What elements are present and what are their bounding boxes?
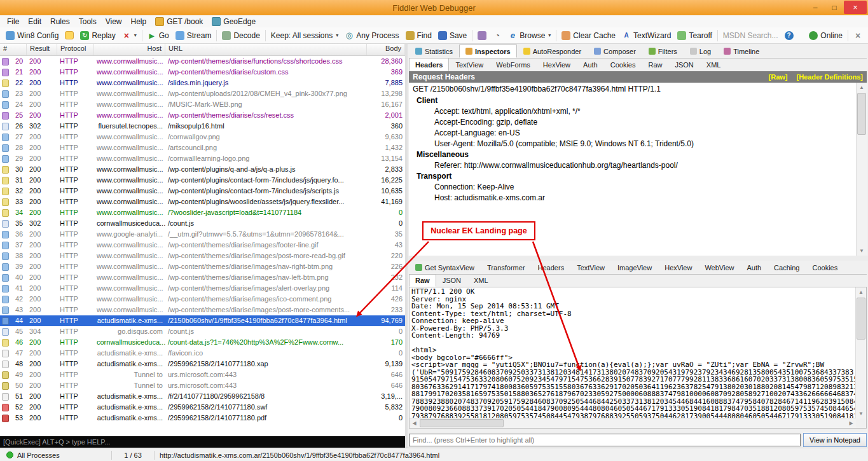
table-row[interactable]: 46200HTTPcornwallmusiceduca.../count-dat… bbox=[0, 337, 405, 348]
table-row[interactable]: 51200HTTPactudismatik.e-xms.../f/2/14107… bbox=[0, 391, 405, 402]
menu-item-rules[interactable]: Rules bbox=[46, 15, 74, 27]
find-input[interactable] bbox=[409, 434, 801, 446]
response-tab-hexview[interactable]: HexView bbox=[658, 261, 698, 274]
request-tab-auth[interactable]: Auth bbox=[577, 58, 604, 71]
toolbar-find-button[interactable]: Find bbox=[403, 30, 435, 41]
scroll-left-icon[interactable]: ◀ bbox=[410, 418, 419, 428]
scroll-up-icon[interactable]: ▲ bbox=[856, 287, 866, 297]
scroll-thumb[interactable] bbox=[857, 298, 865, 340]
menu-item-tools[interactable]: Tools bbox=[74, 15, 101, 27]
column-header-protocol[interactable]: Protocol bbox=[57, 43, 94, 55]
response-view-tab-raw[interactable]: Raw bbox=[409, 274, 436, 287]
table-row[interactable]: 28200HTTPwww.cornwallmusic.../artscounci… bbox=[0, 142, 405, 153]
menu-item-get-book[interactable]: GET /book bbox=[151, 15, 207, 27]
comment-icon[interactable] bbox=[62, 30, 77, 41]
table-row[interactable]: 23200HTTPwww.cornwallmusic.../wp-content… bbox=[0, 88, 405, 99]
scroll-up-icon[interactable]: ▲ bbox=[857, 83, 867, 92]
tab-statistics[interactable]: Statistics bbox=[409, 45, 459, 58]
request-tab-hexview[interactable]: HexView bbox=[537, 58, 577, 71]
scroll-down-icon[interactable]: ▼ bbox=[856, 409, 866, 418]
help-icon[interactable] bbox=[782, 30, 797, 41]
toolbar-online-button[interactable]: Online bbox=[806, 30, 846, 41]
toolbar-tearoff-button[interactable]: Tearoff bbox=[674, 30, 715, 41]
table-row[interactable]: 47200HTTPactudismatik.e-xms.../favicon.i… bbox=[0, 348, 405, 359]
response-tab-caching[interactable]: Caching bbox=[768, 261, 806, 274]
table-row[interactable]: 22200HTTPwww.cornwallmusic.../slides.min… bbox=[0, 78, 405, 88]
table-row[interactable]: 36200HTTPwww.google-analyti.../__utm.gif… bbox=[0, 229, 405, 240]
header-section-transport[interactable]: Transport bbox=[411, 171, 867, 182]
menu-item-geoedge[interactable]: GeoEdge bbox=[207, 15, 260, 27]
toolbar-browse-button[interactable]: Browse▾ bbox=[505, 30, 554, 41]
menu-item-view[interactable]: View bbox=[101, 15, 127, 27]
quickexec-input[interactable]: [QuickExec] ALT+Q > type HELP... bbox=[0, 436, 405, 448]
response-tab-cookies[interactable]: Cookies bbox=[806, 261, 844, 274]
response-vertical-scrollbar[interactable]: ▲ ▼ bbox=[855, 287, 866, 418]
menu-item-edit[interactable]: Edit bbox=[24, 15, 46, 27]
table-row[interactable]: 49200HTTPTunnel tours.microsoft.com:4436… bbox=[0, 369, 405, 380]
table-row[interactable]: 53200HTTPactudismatik.e-xms.../295996215… bbox=[0, 413, 405, 423]
table-row[interactable]: 40200HTTPwww.cornwallmusic.../wp-content… bbox=[0, 272, 405, 283]
request-tab-json[interactable]: JSON bbox=[668, 58, 699, 71]
toolbar-decode-button[interactable]: Decode bbox=[219, 30, 263, 41]
request-tab-textview[interactable]: TextView bbox=[449, 58, 490, 71]
minimize-icon[interactable]: – bbox=[806, 1, 825, 14]
toolbar-close-icon[interactable] bbox=[850, 30, 865, 41]
table-row[interactable]: 44200HTTPactudismatik.e-xms.../2150b060s… bbox=[0, 315, 405, 326]
toolbar-win8-config-button[interactable]: Win8 Config bbox=[3, 30, 62, 41]
menu-item-help[interactable]: Help bbox=[127, 15, 151, 27]
tab-autoresponder[interactable]: AutoResponder bbox=[517, 45, 588, 58]
scroll-down-icon[interactable]: ▼ bbox=[857, 246, 867, 256]
column-header-host[interactable]: Host bbox=[94, 43, 165, 55]
column-header-result[interactable]: Result bbox=[27, 43, 57, 55]
table-row[interactable]: 50200HTTPTunnel tours.microsoft.com:4436… bbox=[0, 380, 405, 391]
maximize-icon[interactable]: □ bbox=[825, 1, 844, 14]
column-header-item[interactable]: # bbox=[0, 43, 27, 55]
table-row[interactable]: 35302HTTPcornwallmusiceduca.../count.js0 bbox=[0, 218, 405, 229]
view-in-notepad-button[interactable]: View in Notepad bbox=[803, 433, 867, 447]
response-horizontal-scrollbar[interactable]: ◀ ▶ bbox=[410, 418, 856, 428]
tab-inspectors[interactable]: Inspectors bbox=[459, 45, 517, 58]
header-item[interactable]: Accept-Language: en-US bbox=[411, 128, 867, 139]
table-row[interactable]: 38200HTTPwww.cornwallmusic.../wp-content… bbox=[0, 251, 405, 261]
table-row[interactable]: 45304HTTPgo.disqus.com/count.js0 bbox=[0, 326, 405, 337]
table-row[interactable]: 30200HTTPwww.cornwallmusic.../wp-content… bbox=[0, 164, 405, 175]
table-row[interactable]: 52200HTTPactudismatik.e-xms.../295996215… bbox=[0, 402, 405, 413]
table-row[interactable]: 29200HTTPwww.cornwallmusic.../cornwallle… bbox=[0, 153, 405, 164]
table-row[interactable]: 39200HTTPwww.cornwallmusic.../wp-content… bbox=[0, 261, 405, 272]
table-row[interactable]: 25200HTTPwww.cornwallmusic.../wp-content… bbox=[0, 110, 405, 121]
table-row[interactable]: 32200HTTPwww.cornwallmusic.../wp-content… bbox=[0, 186, 405, 196]
table-row[interactable]: 31200HTTPwww.cornwallmusic.../wp-content… bbox=[0, 175, 405, 186]
column-header-body[interactable]: Body bbox=[367, 43, 405, 55]
clock-icon[interactable] bbox=[490, 30, 505, 41]
request-tab-raw[interactable]: Raw bbox=[642, 58, 668, 71]
menu-item-file[interactable]: File bbox=[3, 15, 24, 27]
table-row[interactable]: 26302HTTPfluersutel.tecnopes.../miksopul… bbox=[0, 121, 405, 132]
raw-link[interactable]: [Raw] bbox=[769, 73, 788, 81]
table-row[interactable]: 33200HTTPwww.cornwallmusic.../wp-content… bbox=[0, 196, 405, 207]
response-tab-transformer[interactable]: Transformer bbox=[481, 261, 532, 274]
toolbar-clear-cache-button[interactable]: Clear Cache bbox=[558, 30, 619, 41]
tab-composer[interactable]: Composer bbox=[588, 45, 642, 58]
toolbar-go-button[interactable]: Go bbox=[144, 30, 172, 41]
header-item[interactable]: Connection: Keep-Alive bbox=[411, 182, 867, 193]
response-tab-auth[interactable]: Auth bbox=[740, 261, 768, 274]
request-tab-headers[interactable]: Headers bbox=[409, 58, 449, 71]
response-tab-headers[interactable]: Headers bbox=[532, 261, 571, 274]
table-row[interactable]: 42200HTTPwww.cornwallmusic.../wp-content… bbox=[0, 294, 405, 305]
request-response-splitter[interactable] bbox=[408, 256, 868, 261]
header-item[interactable]: Accept-Encoding: gzip, deflate bbox=[411, 117, 867, 128]
table-row[interactable]: 34200HTTPwww.cornwallmusic.../?wooslider… bbox=[0, 207, 405, 218]
response-tab-imageview[interactable]: ImageView bbox=[611, 261, 658, 274]
column-header-url[interactable]: URL bbox=[165, 43, 367, 55]
toolbar-any-process-button[interactable]: Any Process bbox=[341, 30, 402, 41]
toolbar-save-button[interactable]: Save bbox=[435, 30, 470, 41]
toolbar-stream-button[interactable]: Stream bbox=[172, 30, 215, 41]
scroll-right-icon[interactable]: ▶ bbox=[846, 418, 856, 428]
header-section-miscellaneous[interactable]: Miscellaneous bbox=[411, 149, 867, 160]
request-tab-xml[interactable]: XML bbox=[700, 58, 727, 71]
header-item[interactable]: Host: actudismatik.e-xms.com.ar bbox=[411, 193, 867, 203]
header-item[interactable]: Referer: http://www.cornwallmusiceducati… bbox=[411, 160, 867, 171]
scroll-thumb[interactable] bbox=[857, 93, 866, 135]
table-row[interactable]: 43200HTTPwww.cornwallmusic.../wp-content… bbox=[0, 305, 405, 315]
toolbar-textwizard-button[interactable]: TextWizard bbox=[619, 30, 674, 41]
